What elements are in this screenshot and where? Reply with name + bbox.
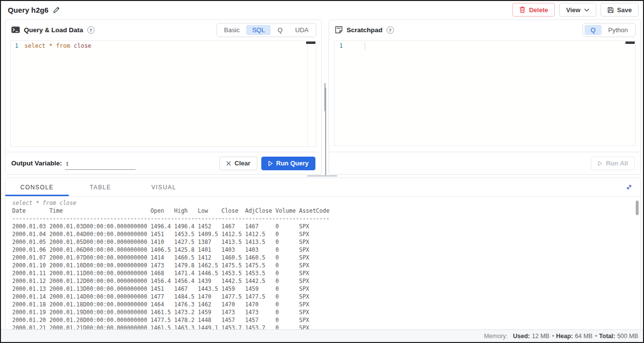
run-query-button[interactable]: Run Query xyxy=(261,157,315,170)
tab-visual[interactable]: VISUAL xyxy=(132,178,195,196)
memory-used-value: 12 MB xyxy=(532,333,549,340)
memory-total-label: Total: xyxy=(599,333,615,340)
scratchpad-editor-gutter-border xyxy=(365,42,365,50)
separator-dot: • xyxy=(595,333,597,340)
query-mode-tabs: Basic SQL Q UDA xyxy=(216,23,316,37)
delete-button[interactable]: Delete xyxy=(512,3,555,17)
save-button-label: Save xyxy=(617,6,632,14)
trash-icon xyxy=(519,6,526,13)
view-button-label: View xyxy=(566,6,580,14)
view-button[interactable]: View xyxy=(559,3,596,17)
scratchpad-editor-line-number: 1 xyxy=(334,42,354,49)
console-output: select * from close Date Time Open High … xyxy=(5,197,641,331)
query-editor-scrollbar-track xyxy=(307,41,308,146)
panel-splitter xyxy=(322,20,329,175)
scratchpad-help-icon[interactable]: ? xyxy=(387,26,394,34)
query-code-editor[interactable]: 1 select * from close xyxy=(10,40,316,147)
query-editor-line-number: 1 xyxy=(11,42,22,49)
tab-uda[interactable]: UDA xyxy=(290,25,314,35)
query-panel-header: Query & Load Data ? Basic SQL Q UDA xyxy=(5,20,321,40)
query-panel-footer: Output Variable: Clear Run Query xyxy=(5,152,321,174)
output-variable-input[interactable] xyxy=(65,161,136,170)
memory-label: Memory: xyxy=(484,333,508,340)
separator-dot: • xyxy=(552,333,554,340)
output-variable-label: Output Variable: xyxy=(11,160,62,167)
splitter-scrollbar[interactable] xyxy=(325,88,326,176)
horizontal-resize-handle[interactable] xyxy=(307,175,337,177)
topbar: Query h2g6 Delete View Save xyxy=(1,1,643,19)
scratchpad-language-tabs: Q Python xyxy=(583,23,636,37)
query-panel: Query & Load Data ? Basic SQL Q UDA 1 se… xyxy=(5,20,322,175)
results-tabs: CONSOLE TABLE VISUAL xyxy=(5,178,641,197)
memory-heap-value: 64 MB xyxy=(575,333,592,340)
console-scrollbar-thumb[interactable] xyxy=(636,201,639,215)
tab-q[interactable]: Q xyxy=(272,25,288,35)
edit-title-icon[interactable] xyxy=(53,6,60,14)
query-editor-scrollbar-thumb[interactable] xyxy=(306,41,315,44)
save-button[interactable]: Save xyxy=(601,3,639,17)
query-editor-code-line: select * from close xyxy=(24,42,91,49)
memory-total-value: 500 MB xyxy=(617,333,638,340)
panels-row: Query & Load Data ? Basic SQL Q UDA 1 se… xyxy=(5,20,641,175)
tab-table[interactable]: TABLE xyxy=(69,178,132,196)
tab-basic[interactable]: Basic xyxy=(218,25,246,35)
scratchpad-panel-footer: Run All xyxy=(329,152,641,174)
query-panel-title: Query & Load Data xyxy=(24,26,83,34)
console-echo-line: select * from close xyxy=(12,199,634,207)
chevron-down-icon xyxy=(584,8,589,12)
terminal-icon xyxy=(11,26,20,33)
scratchpad-panel-title: Scratchpad xyxy=(347,26,383,34)
scratchpad-code-editor[interactable]: 1 xyxy=(334,40,636,146)
scratchpad-editor-scrollbar-thumb[interactable] xyxy=(625,41,635,44)
console-result-table: Date Time Open High Low Close AdjClose V… xyxy=(12,207,634,331)
run-all-button[interactable]: Run All xyxy=(591,157,635,170)
play-icon xyxy=(598,161,603,166)
tab-sql[interactable]: SQL xyxy=(246,25,271,35)
run-query-button-label: Run Query xyxy=(276,160,309,167)
delete-button-label: Delete xyxy=(529,6,548,14)
topbar-actions: Delete View Save xyxy=(512,3,639,17)
save-icon xyxy=(607,7,614,13)
play-icon xyxy=(268,161,273,166)
scratchpad-panel: Scratchpad ? Q Python 1 Run All xyxy=(329,20,641,175)
close-icon xyxy=(226,161,231,166)
scratchpad-icon xyxy=(335,26,343,34)
run-all-button-label: Run All xyxy=(606,160,628,167)
tab-scratchpad-python[interactable]: Python xyxy=(603,25,634,35)
expand-icon[interactable] xyxy=(625,183,633,191)
app-window: Query h2g6 Delete View Save xyxy=(0,0,644,343)
tab-console[interactable]: CONSOLE xyxy=(5,178,69,196)
scratchpad-panel-header: Scratchpad ? Q Python xyxy=(329,20,641,40)
page-title: Query h2g6 xyxy=(8,6,49,14)
memory-used-label: Used: xyxy=(513,333,530,340)
tab-scratchpad-q[interactable]: Q xyxy=(585,25,601,35)
clear-button-label: Clear xyxy=(234,160,251,167)
query-help-icon[interactable]: ? xyxy=(87,26,95,34)
memory-heap-label: Heap: xyxy=(556,333,573,340)
status-bar: Memory: Used: 12 MB • Heap: 64 MB • Tota… xyxy=(1,329,643,342)
clear-button[interactable]: Clear xyxy=(219,157,257,170)
console-panel: CONSOLE TABLE VISUAL select * from close… xyxy=(5,178,641,331)
